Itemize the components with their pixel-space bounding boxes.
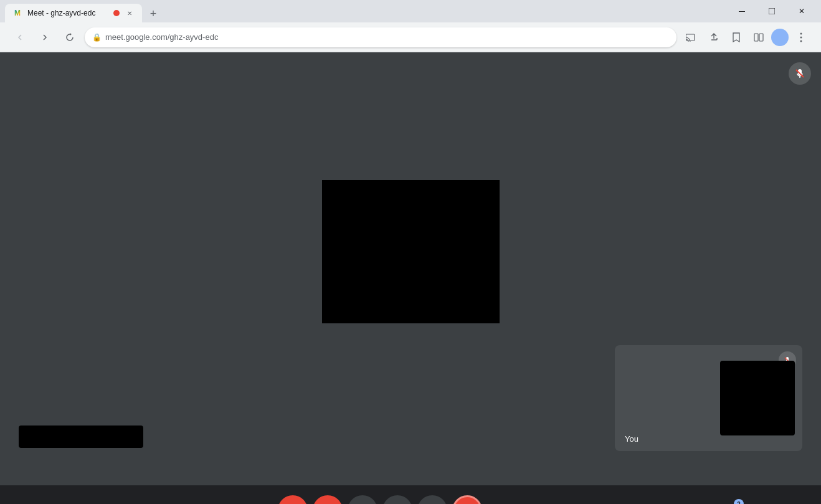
recording-indicator [113,10,120,16]
chrome-menu-button[interactable] [791,27,811,47]
bookmark-button[interactable] [726,27,746,47]
lock-icon: 🔒 [92,33,102,42]
svg-point-6 [800,36,802,38]
window-maximize-button[interactable] [757,0,786,22]
svg-rect-4 [759,34,763,41]
address-bar: 🔒 meet.google.com/ghz-ayvd-edc [0,22,821,52]
svg-rect-1 [769,8,775,14]
tab-title: Meet - ghz-ayvd-edc [27,9,108,17]
active-tab[interactable]: M Meet - ghz-ayvd-edc ✕ [5,4,142,22]
cast-button[interactable] [681,27,701,47]
present-button[interactable] [382,495,412,504]
reader-mode-button[interactable] [749,27,769,47]
back-button[interactable] [10,27,30,47]
new-tab-button[interactable]: + [145,5,162,22]
people-button[interactable]: 2 [719,497,746,504]
bottom-bar: ghz-ayvd-edc [0,485,821,504]
toolbar-icons [681,27,811,47]
reload-button[interactable] [60,27,80,47]
end-call-button[interactable] [452,495,482,504]
main-video-feed [322,180,500,323]
svg-point-7 [800,40,802,42]
profile-avatar[interactable] [771,29,789,46]
window-controls: ✕ [728,0,816,22]
meet-container: You [0,52,821,485]
tab-favicon: M [12,8,22,18]
forward-button[interactable] [35,27,55,47]
self-view-video [720,361,795,435]
participant-name-bar [19,426,143,448]
url-bar[interactable]: 🔒 meet.google.com/ghz-ayvd-edc [85,27,676,47]
self-view-label: You [625,434,638,444]
url-text: meet.google.com/ghz-ayvd-edc [105,32,218,42]
activities-button[interactable] [779,497,806,504]
more-options-button[interactable] [417,495,447,504]
svg-point-5 [800,32,802,34]
url-domain: meet.google.com [105,32,168,42]
share-button[interactable] [704,27,724,47]
self-view-panel: You [615,345,802,451]
tab-close-button[interactable]: ✕ [125,8,135,18]
title-bar: M Meet - ghz-ayvd-edc ✕ + ✕ [0,0,821,22]
browser-chrome: M Meet - ghz-ayvd-edc ✕ + ✕ [0,0,821,52]
svg-rect-0 [739,11,745,12]
svg-rect-3 [754,34,758,41]
captions-button[interactable] [348,495,377,504]
url-path: /ghz-ayvd-edc [168,32,219,42]
window-close-button[interactable]: ✕ [787,0,816,22]
toggle-camera-button[interactable] [313,495,343,504]
top-right-mic-indicator [789,62,811,85]
window-minimize-button[interactable] [728,0,756,22]
right-controls: i 2 [689,497,806,504]
people-badge: 2 [734,499,744,504]
tabs-area: M Meet - ghz-ayvd-edc ✕ + [5,0,728,22]
google-meet-favicon: M [14,9,21,17]
meeting-info-button[interactable]: i [689,497,716,504]
controls-center [278,495,482,504]
chat-button[interactable] [749,497,776,504]
mute-mic-button[interactable] [278,495,308,504]
